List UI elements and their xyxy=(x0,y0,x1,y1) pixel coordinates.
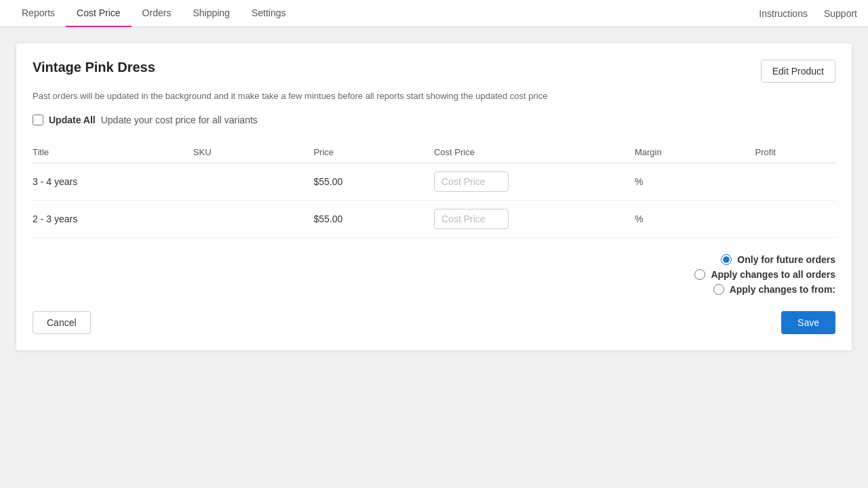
cell-margin-0: % xyxy=(635,163,755,201)
col-header-title: Title xyxy=(33,142,193,163)
cost-price-input-0[interactable] xyxy=(434,171,509,192)
card-header: Vintage Pink Dress Edit Product xyxy=(33,60,835,83)
tab-orders[interactable]: Orders xyxy=(132,0,182,27)
cell-profit-1 xyxy=(755,201,835,238)
cancel-button[interactable]: Cancel xyxy=(33,311,91,334)
col-header-sku: SKU xyxy=(193,142,314,163)
main-content: Vintage Pink Dress Edit Product Past ord… xyxy=(0,27,868,367)
nav-right-links: Instructions Support xyxy=(759,8,857,19)
variants-table: Title SKU Price Cost Price Margin Profit… xyxy=(33,142,835,238)
support-link[interactable]: Support xyxy=(824,8,857,19)
update-all-row: Update All Update your cost price for al… xyxy=(33,115,835,125)
cell-title-1: 2 - 3 years xyxy=(33,201,193,238)
save-button[interactable]: Save xyxy=(781,311,835,334)
cell-price-1: $55.00 xyxy=(313,201,434,238)
col-header-margin: Margin xyxy=(635,142,755,163)
cost-price-input-1[interactable] xyxy=(434,209,509,229)
radio-all-orders[interactable] xyxy=(694,269,705,280)
edit-product-button[interactable]: Edit Product xyxy=(761,60,835,83)
action-row: Cancel Save xyxy=(33,311,835,334)
col-header-profit: Profit xyxy=(755,142,835,163)
radio-row-from: Apply changes to from: xyxy=(713,284,835,295)
radio-future-orders[interactable] xyxy=(721,254,732,265)
update-all-label: Update All xyxy=(49,115,96,125)
tab-cost-price[interactable]: Cost Price xyxy=(66,0,132,27)
instructions-link[interactable]: Instructions xyxy=(759,8,808,19)
cell-profit-0 xyxy=(755,163,835,201)
update-all-checkbox[interactable] xyxy=(33,115,43,125)
radio-all-orders-label: Apply changes to all orders xyxy=(711,269,835,280)
cell-cost-price-1 xyxy=(434,201,635,238)
cell-cost-price-0 xyxy=(434,163,635,201)
radio-row-all: Apply changes to all orders xyxy=(694,269,835,280)
nav-bar: Reports Cost Price Orders Shipping Setti… xyxy=(0,0,868,27)
table-row: 3 - 4 years $55.00 % xyxy=(33,163,835,201)
table-row: 2 - 3 years $55.00 % xyxy=(33,201,835,238)
col-header-price: Price xyxy=(313,142,434,163)
nav-tabs: Reports Cost Price Orders Shipping Setti… xyxy=(11,0,297,27)
radio-options: Only for future orders Apply changes to … xyxy=(33,254,835,295)
subtitle-text: Past orders will be updated in the backg… xyxy=(33,91,835,101)
cell-margin-1: % xyxy=(635,201,755,238)
col-header-cost-price: Cost Price xyxy=(434,142,635,163)
product-title: Vintage Pink Dress xyxy=(33,60,155,75)
tab-shipping[interactable]: Shipping xyxy=(182,0,241,27)
radio-row-future: Only for future orders xyxy=(721,254,835,265)
cell-sku-1 xyxy=(193,201,314,238)
cell-sku-0 xyxy=(193,163,314,201)
tab-settings[interactable]: Settings xyxy=(241,0,297,27)
radio-from-date[interactable] xyxy=(713,284,724,295)
radio-future-orders-label: Only for future orders xyxy=(737,254,835,265)
cell-title-0: 3 - 4 years xyxy=(33,163,193,201)
cell-price-0: $55.00 xyxy=(313,163,434,201)
radio-from-date-label: Apply changes to from: xyxy=(730,284,835,295)
product-card: Vintage Pink Dress Edit Product Past ord… xyxy=(16,43,852,350)
update-all-desc: Update your cost price for all variants xyxy=(101,115,258,125)
tab-reports[interactable]: Reports xyxy=(11,0,66,27)
